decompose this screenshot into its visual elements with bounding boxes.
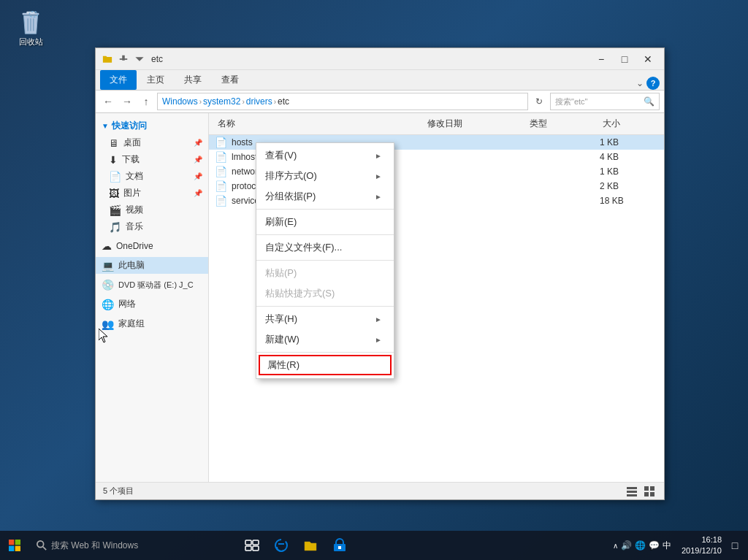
sidebar-item-homegroup[interactable]: 👥 家庭组 [96, 315, 208, 332]
recycle-bin-label: 回收站 [19, 37, 43, 47]
sidebar-quick-access-header[interactable]: ▼ 快速访问 [96, 118, 208, 134]
hosts-file-name: hosts [232, 137, 253, 147]
tray-lang-label[interactable]: 中 [663, 540, 671, 552]
svg-rect-8 [627, 487, 637, 489]
context-item-customize[interactable]: 自定义文件夹(F)... [256, 237, 394, 258]
pin-icon-downloads: 📌 [194, 156, 202, 164]
tab-view[interactable]: 查看 [212, 70, 248, 90]
context-item-new[interactable]: 新建(W) ► [256, 329, 394, 350]
col-size[interactable]: 大小 [600, 116, 658, 131]
taskbar-app-icons [234, 531, 607, 560]
col-name[interactable]: 名称 [215, 116, 424, 131]
notification-button[interactable]: □ [728, 531, 742, 560]
back-button[interactable]: ← [100, 93, 116, 110]
sidebar-item-videos[interactable]: 🎬 视频 [96, 202, 208, 218]
pin-icon [116, 52, 131, 66]
col-modified[interactable]: 修改日期 [424, 116, 527, 131]
minimize-button[interactable]: − [589, 50, 613, 68]
breadcrumb-system32[interactable]: system32 [203, 96, 240, 107]
sidebar-item-network[interactable]: 🌐 网络 [96, 296, 208, 312]
context-item-sort[interactable]: 排序方式(O) ► [256, 166, 394, 186]
pin-icon-documents: 📌 [194, 172, 202, 180]
tab-file[interactable]: 文件 [100, 70, 137, 90]
tray-message-icon[interactable]: 💬 [649, 540, 660, 551]
breadcrumb: Windows › system32 › drivers › etc [162, 96, 289, 107]
edge-browser-button[interactable] [267, 531, 296, 560]
sidebar-item-downloads[interactable]: ⬇ 下载 📌 [96, 151, 208, 168]
address-path[interactable]: Windows › system32 › drivers › etc [157, 93, 528, 110]
taskbar-search-box[interactable]: 搜索 Web 和 Windows [29, 531, 234, 560]
tray-network-icon[interactable]: 🌐 [635, 540, 646, 551]
svg-rect-7 [122, 55, 125, 60]
sidebar-item-onedrive[interactable]: ☁ OneDrive [96, 238, 208, 254]
help-icon[interactable]: ? [646, 77, 660, 90]
svg-rect-24 [253, 546, 259, 551]
networks-file-icon: 📄 [215, 166, 227, 177]
sidebar-item-pictures[interactable]: 🖼 图片 📌 [96, 185, 208, 202]
forward-button[interactable]: → [119, 93, 135, 110]
separator-4 [256, 306, 394, 307]
pin-icon-pictures: 📌 [194, 189, 202, 197]
tray-volume-icon[interactable]: 🔊 [621, 540, 632, 551]
maximize-button[interactable]: □ [613, 50, 636, 68]
separator-5 [256, 352, 394, 353]
share-submenu-arrow: ► [375, 315, 382, 323]
system-clock[interactable]: 16:18 2019/12/10 [676, 534, 728, 557]
file-explorer-button[interactable] [296, 531, 325, 560]
thispc-icon: 💻 [102, 260, 114, 272]
desktop-recycle-bin[interactable]: 回收站 [9, 9, 53, 47]
sidebar-item-dvd[interactable]: 💿 DVD 驱动器 (E:) J_C [96, 277, 208, 293]
pictures-icon: 🖼 [109, 188, 119, 199]
homegroup-icon: 👥 [102, 318, 114, 330]
view-details-button[interactable] [625, 484, 639, 499]
breadcrumb-windows[interactable]: Windows [162, 96, 198, 107]
svg-rect-26 [338, 546, 341, 549]
address-bar: ← → ↑ Windows › system32 › drivers › etc… [96, 90, 664, 113]
status-text: 5 个项目 [103, 486, 134, 496]
context-item-refresh[interactable]: 刷新(E) [256, 212, 394, 232]
tab-home[interactable]: 主页 [137, 70, 174, 90]
context-item-paste-shortcut: 粘贴快捷方式(S) [256, 283, 394, 304]
svg-rect-13 [644, 492, 649, 496]
ribbon-toggle-icon[interactable]: ⌄ [636, 78, 644, 88]
breadcrumb-drivers[interactable]: drivers [246, 96, 272, 107]
taskbar-search-placeholder: 搜索 Web 和 Windows [51, 540, 138, 552]
context-item-view[interactable]: 查看(V) ► [256, 145, 394, 166]
breadcrumb-etc: etc [278, 96, 289, 107]
context-item-group[interactable]: 分组依据(P) ► [256, 186, 394, 207]
tray-up-arrow[interactable]: ∧ [613, 542, 618, 550]
hosts-size: 1 KB [600, 137, 658, 147]
title-bar-quick-access [100, 52, 147, 66]
tab-share[interactable]: 共享 [175, 70, 211, 90]
protocol-file-icon: 📄 [215, 180, 227, 192]
separator-3 [256, 260, 394, 261]
separator-2 [256, 234, 394, 235]
dvd-icon: 💿 [102, 279, 114, 291]
svg-rect-16 [15, 540, 20, 545]
refresh-button[interactable]: ↻ [531, 93, 547, 110]
view-submenu-arrow: ► [375, 152, 382, 160]
file-list-header: 名称 修改日期 类型 大小 [209, 113, 664, 135]
view-large-button[interactable] [642, 484, 657, 499]
context-item-properties[interactable]: 属性(R) [259, 355, 392, 375]
store-button[interactable] [325, 531, 354, 560]
sidebar-section-quick-access: ▼ 快速访问 🖥 桌面 📌 ⬇ 下载 📌 📄 [96, 118, 208, 235]
sidebar-item-desktop[interactable]: 🖥 桌面 📌 [96, 134, 208, 151]
svg-rect-15 [9, 540, 14, 545]
sidebar-item-music[interactable]: 🎵 音乐 [96, 218, 208, 235]
hosts-file-icon: 📄 [215, 137, 227, 148]
down-arrow-icon[interactable] [132, 52, 147, 66]
search-icon: 🔍 [644, 96, 654, 107]
taskview-button[interactable] [237, 531, 267, 560]
sidebar-section-dvd: 💿 DVD 驱动器 (E:) J_C [96, 277, 208, 293]
system-tray: ∧ 🔊 🌐 💬 中 16:18 2019/12/10 □ [607, 531, 748, 560]
start-button[interactable] [0, 531, 29, 560]
col-type[interactable]: 类型 [527, 116, 600, 131]
lmhosts-file-icon: 📄 [215, 151, 227, 163]
search-box[interactable]: 搜索"etc" 🔍 [550, 93, 660, 110]
sidebar-item-documents[interactable]: 📄 文档 📌 [96, 168, 208, 185]
context-item-share[interactable]: 共享(H) ► [256, 309, 394, 329]
up-button[interactable]: ↑ [138, 93, 154, 110]
close-button[interactable]: ✕ [636, 50, 660, 68]
sidebar-item-thispc[interactable]: 💻 此电脑 [96, 257, 208, 274]
